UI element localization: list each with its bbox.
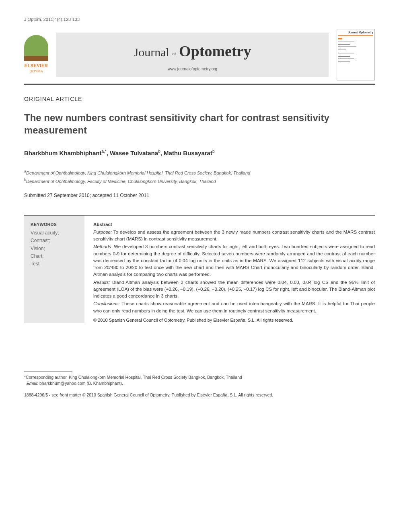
submission-dates: Submitted 27 September 2010; accepted 11… (24, 192, 375, 199)
abstract-section: KEYWORDS Visual acuity; Contrast; Vision… (24, 215, 375, 324)
methods-label: Methods: (93, 244, 112, 249)
author-1-sup: a,* (102, 149, 107, 154)
footnote-corresponding: Corresponding author. King Chulalongkorn… (26, 375, 242, 380)
abstract-methods: Methods: We developed 3 numbers contrast… (93, 243, 375, 278)
authors-line: Bharkbhum Khambhiphanta,*, Wasee Tulvata… (24, 148, 375, 158)
front-matter: 1888-4296/$ - see front matter © 2010 Sp… (24, 392, 375, 398)
publisher-logo: ELSEVIER DOYMA (24, 35, 48, 74)
abstract-copyright: © 2010 Spanish General Council of Optome… (93, 317, 375, 324)
journal-of: of (172, 51, 176, 55)
affiliation-b: bDepartment of Ophthalmology, Faculty of… (24, 177, 375, 185)
keyword-item: Test (31, 260, 78, 268)
purpose-text: To develop and assess the agreement betw… (93, 230, 375, 241)
abstract-body: Abstract Purpose: To develop and assess … (93, 216, 375, 324)
corresponding-footnote: *Corresponding author. King Chulalongkor… (24, 374, 375, 386)
aff-b-text: Department of Ophthalmology, Faculty of … (26, 179, 216, 183)
keywords-heading: KEYWORDS (31, 221, 78, 228)
author-3: , Mathu Busayarat (160, 150, 212, 156)
aff-a-text: Department of Ophthalmology, King Chulal… (26, 170, 250, 175)
cover-thumb-body: ▬▬▬▬▬▬▬▬▬▬▬▬▬▬▬▬▬▬▬▬▬▬▬▬▬▬▬▬▬▬▬▬▬▬▬▬▬▬▬▬… (338, 38, 373, 62)
keyword-item: Vision; (31, 245, 78, 253)
publisher-sub: DOYMA (24, 69, 48, 74)
journal-main: Optometry (179, 43, 251, 60)
abstract-conclusions: Conclusions: These charts show reasonabl… (93, 300, 375, 314)
keyword-item: Visual acuity; (31, 229, 78, 237)
conclusions-label: Conclusions: (93, 301, 120, 306)
keyword-item: Contrast; (31, 237, 78, 244)
article-type: ORIGINAL ARTICLE (24, 95, 375, 103)
author-3-sup: b (212, 149, 215, 154)
methods-text: We developed 3 numbers contrast sensitiv… (93, 244, 375, 277)
header-banner: ELSEVIER DOYMA Journal of Optometry www.… (24, 29, 375, 80)
affiliations: aDepartment of Ophthalmology, King Chula… (24, 169, 375, 184)
author-2: , Wasee Tulvatana (107, 150, 158, 156)
abstract-results: Results: Bland-Altman analysis between 2… (93, 279, 375, 300)
keywords-list: Visual acuity; Contrast; Vision; Chart; … (31, 229, 78, 268)
footnote-email: bharkbhum@yahoo.com (B. Khambhiphant). (38, 381, 123, 386)
keyword-item: Chart; (31, 253, 78, 260)
journal-title-box: Journal of Optometry www.journalofoptome… (56, 33, 329, 77)
citation-line: J Optom. 2011;4(4):128-133 (24, 16, 375, 23)
footnote-rule (24, 372, 72, 372)
conclusions-text: These charts show reasonable agreement a… (93, 301, 375, 313)
author-1: Bharkbhum Khambhiphant (24, 150, 102, 156)
journal-prefix: Journal (134, 45, 169, 59)
journal-title: Journal of Optometry (66, 40, 319, 63)
publisher-name: ELSEVIER (24, 62, 48, 69)
affiliation-a: aDepartment of Ophthalmology, King Chula… (24, 169, 375, 176)
cover-thumb-title: Journal Optometry (338, 31, 373, 37)
elsevier-tree-icon (24, 35, 48, 61)
keywords-box: KEYWORDS Visual acuity; Contrast; Vision… (24, 216, 84, 324)
results-label: Results: (93, 280, 110, 285)
abstract-purpose: Purpose: To develop and assess the agree… (93, 229, 375, 243)
footnote-email-label: Email: (27, 381, 38, 386)
abstract-heading: Abstract (93, 221, 375, 228)
results-text: Bland-Altman analysis between 2 charts s… (93, 280, 375, 299)
cover-thumbnail: Journal Optometry ▬▬▬▬▬▬▬▬▬▬▬▬▬▬▬▬▬▬▬▬▬▬… (337, 29, 375, 80)
header-rule (24, 84, 375, 85)
purpose-label: Purpose: (93, 230, 112, 234)
journal-url: www.journalofoptometry.org (66, 66, 319, 72)
article-title: The new numbers contrast sensitivity cha… (24, 111, 375, 136)
